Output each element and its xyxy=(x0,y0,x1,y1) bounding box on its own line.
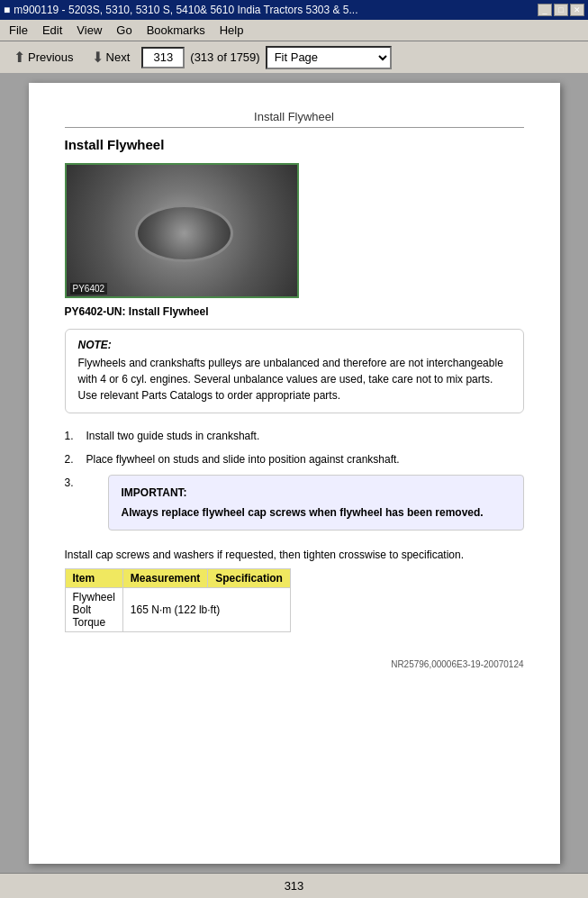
step-1-num: 1. xyxy=(65,428,86,444)
note-box: NOTE: Flywheels and crankshafts pulleys … xyxy=(65,329,524,413)
app-icon: ■ xyxy=(4,4,10,16)
previous-icon: ⬆ xyxy=(14,49,25,66)
next-button[interactable]: ⬇ Next xyxy=(86,45,137,69)
step-1-text: Install two guide studs in crankshaft. xyxy=(86,428,260,444)
close-button[interactable]: ✕ xyxy=(570,4,584,16)
col-measurement: Measurement xyxy=(122,569,207,588)
maximize-button[interactable]: □ xyxy=(554,4,568,16)
status-bar: 313 xyxy=(0,873,588,898)
previous-label: Previous xyxy=(28,50,74,64)
title-bar-left: ■ m900119 - 5203S, 5310, 5310 S, 5410& 5… xyxy=(4,4,358,16)
menu-help[interactable]: Help xyxy=(214,22,249,39)
status-page-number: 313 xyxy=(285,879,304,893)
steps-list: 1. Install two guide studs in crankshaft… xyxy=(65,428,524,540)
section-title: Install Flywheel xyxy=(65,137,524,152)
important-label: IMPORTANT: xyxy=(122,485,511,501)
minimize-button[interactable]: _ xyxy=(538,4,552,16)
reference-text: NR25796,00006E3-19-20070124 xyxy=(65,659,524,669)
flywheel-graphic: PY6402 xyxy=(67,165,297,296)
table-row: Flywheel Bolt Torque 165 N·m (122 lb·ft) xyxy=(65,588,290,632)
menu-file[interactable]: File xyxy=(4,22,33,39)
menu-go[interactable]: Go xyxy=(111,22,137,39)
install-text: Install cap screws and washers if reques… xyxy=(65,549,524,561)
step-1: 1. Install two guide studs in crankshaft… xyxy=(65,428,524,444)
spec-table: Item Measurement Specification Flywheel … xyxy=(65,568,291,632)
image-label: PY6402 xyxy=(70,283,108,295)
note-label: NOTE: xyxy=(78,339,511,351)
fit-select[interactable]: Fit Page Fit Width Actual Size xyxy=(266,46,392,69)
important-box: IMPORTANT: Always replace flywheel cap s… xyxy=(108,475,524,531)
col-specification: Specification xyxy=(208,569,291,588)
window-title: m900119 - 5203S, 5310, 5310 S, 5410& 561… xyxy=(14,4,357,16)
page-input[interactable] xyxy=(141,47,185,68)
next-label: Next xyxy=(106,50,131,64)
page-header: Install Flywheel xyxy=(65,110,524,128)
menu-edit[interactable]: Edit xyxy=(37,22,68,39)
menu-bookmarks[interactable]: Bookmarks xyxy=(141,22,211,39)
toolbar: ⬆ Previous ⬇ Next (313 of 1759) Fit Page… xyxy=(0,41,588,74)
cell-item: Flywheel Bolt Torque xyxy=(65,588,122,632)
next-icon: ⬇ xyxy=(92,49,104,66)
step-3-num: 3. xyxy=(65,475,86,540)
step-2-text: Place flywheel on studs and slide into p… xyxy=(86,451,400,467)
previous-button[interactable]: ⬆ Previous xyxy=(7,45,80,69)
note-text: Flywheels and crankshafts pulleys are un… xyxy=(78,355,511,404)
page-count: (313 of 1759) xyxy=(190,50,259,64)
menu-view[interactable]: View xyxy=(71,22,107,39)
image-caption: PY6402-UN: Install Flywheel xyxy=(65,305,524,318)
step-3: 3. IMPORTANT: Always replace flywheel ca… xyxy=(65,475,524,540)
main-area: Install Flywheel Install Flywheel PY6402… xyxy=(0,74,588,873)
flywheel-image: PY6402 xyxy=(65,163,299,298)
document-page: Install Flywheel Install Flywheel PY6402… xyxy=(29,83,560,864)
step-2: 2. Place flywheel on studs and slide int… xyxy=(65,451,524,467)
col-item: Item xyxy=(65,569,122,588)
title-bar-controls: _ □ ✕ xyxy=(538,4,584,16)
title-bar: ■ m900119 - 5203S, 5310, 5310 S, 5410& 5… xyxy=(0,0,588,20)
important-text: Always replace flywheel cap screws when … xyxy=(122,504,511,521)
step-2-num: 2. xyxy=(65,451,86,467)
menu-bar: File Edit View Go Bookmarks Help xyxy=(0,20,588,41)
cell-specification: 165 N·m (122 lb·ft) xyxy=(122,588,290,632)
